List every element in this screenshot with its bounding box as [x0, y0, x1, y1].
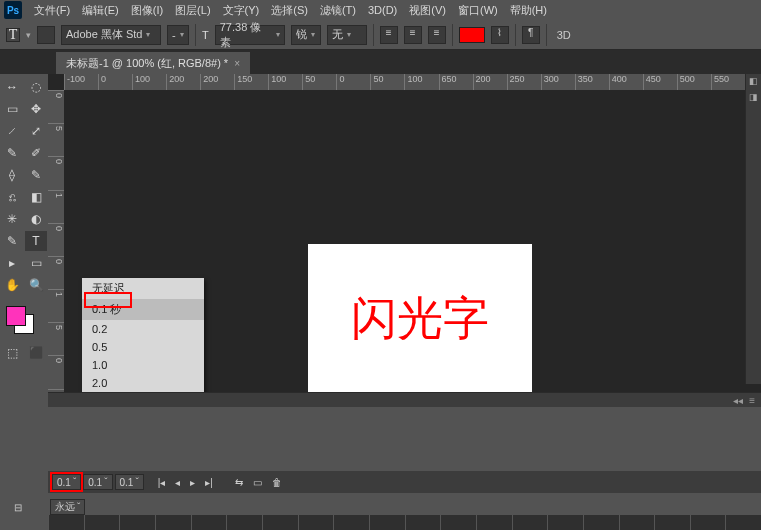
frame-delay-3[interactable]: 0.1ˇ: [115, 474, 144, 490]
chevron-down-icon: ▾: [276, 30, 280, 39]
tool-type-icon: T: [6, 28, 20, 42]
delay-option-none[interactable]: 无延迟: [82, 278, 204, 299]
font-size-value: 77.38 像素: [220, 20, 272, 50]
menu-view[interactable]: 视图(V): [403, 1, 452, 20]
clone-stamp-tool[interactable]: ⟠: [1, 165, 23, 185]
timeline-header: ◂◂ ≡: [48, 393, 761, 407]
crop-tool[interactable]: ⟋: [1, 121, 23, 141]
canvas[interactable]: 闪光字: [308, 244, 532, 394]
canvas-text: 闪光字: [351, 288, 489, 350]
font-style-dropdown[interactable]: - ▾: [167, 25, 189, 45]
blur-tool[interactable]: ✳: [1, 209, 23, 229]
eyedropper-tool[interactable]: ⤢: [25, 121, 47, 141]
quick-mask-button[interactable]: ⬚: [1, 343, 23, 363]
next-frame-button[interactable]: ▸|: [201, 477, 217, 488]
menu-select[interactable]: 选择(S): [265, 1, 314, 20]
panel-icon-1[interactable]: ◧: [747, 76, 761, 90]
hand-tool[interactable]: ✋: [1, 275, 23, 295]
character-panel-button[interactable]: ¶: [522, 26, 540, 44]
quick-select-tool[interactable]: ✥: [25, 99, 47, 119]
lasso-tool[interactable]: ▭: [1, 99, 23, 119]
frame-delay-1[interactable]: 0.1ˇ: [52, 474, 81, 490]
color-picker[interactable]: [6, 306, 40, 336]
chevron-down-icon: ▾: [180, 30, 184, 39]
pen-tool[interactable]: ✎: [1, 231, 23, 251]
warp-text-button[interactable]: ⌇: [491, 26, 509, 44]
menu-window[interactable]: 窗口(W): [452, 1, 504, 20]
dodge-tool[interactable]: ◐: [25, 209, 47, 229]
zoom-tool[interactable]: 🔍: [25, 275, 47, 295]
type-tool[interactable]: T: [25, 231, 47, 251]
panel-icon-2[interactable]: ◨: [747, 92, 761, 106]
font-family-dropdown[interactable]: Adobe 黑体 Std ▾: [61, 25, 161, 45]
delay-option-1-0[interactable]: 1.0: [82, 356, 204, 374]
antialias-value: 锐: [296, 27, 307, 42]
menu-type[interactable]: 文字(Y): [217, 1, 266, 20]
timeline-frames-area[interactable]: [48, 407, 761, 471]
menu-edit[interactable]: 编辑(E): [76, 1, 125, 20]
loop-dropdown[interactable]: 永远ˇ: [50, 499, 85, 515]
screen-mode-button[interactable]: ⬛: [25, 343, 47, 363]
chevron-down-icon: ▾: [311, 30, 315, 39]
menu-layer[interactable]: 图层(L): [169, 1, 216, 20]
duplicate-frame-button[interactable]: ▭: [249, 477, 266, 488]
convert-timeline-button[interactable]: ⊟: [10, 499, 26, 515]
language-dropdown[interactable]: 无 ▾: [327, 25, 367, 45]
gradient-tool[interactable]: ◧: [25, 187, 47, 207]
move-tool[interactable]: ↔: [1, 77, 23, 97]
brush-tool[interactable]: ✐: [25, 143, 47, 163]
foreground-color[interactable]: [6, 306, 26, 326]
timeline-ruler: [48, 515, 761, 530]
menu-bar: Ps 文件(F) 编辑(E) 图像(I) 图层(L) 文字(Y) 选择(S) 滤…: [0, 0, 761, 20]
spot-heal-tool[interactable]: ✎: [1, 143, 23, 163]
panel-menu-icon[interactable]: ≡: [749, 395, 755, 406]
close-icon[interactable]: ×: [234, 58, 240, 69]
path-select-tool[interactable]: ▸: [1, 253, 23, 273]
3d-button[interactable]: 3D: [553, 29, 575, 41]
font-size-dropdown[interactable]: 77.38 像素 ▾: [215, 25, 285, 45]
menu-image[interactable]: 图像(I): [125, 1, 169, 20]
options-bar: T ▾ Adobe 黑体 Std ▾ - ▾ T 77.38 像素 ▾ 锐 ▾ …: [0, 20, 761, 50]
font-family-value: Adobe 黑体 Std: [66, 27, 142, 42]
align-left-button[interactable]: ≡: [380, 26, 398, 44]
delay-option-0-1[interactable]: 0.1 秒: [82, 299, 204, 320]
menu-file[interactable]: 文件(F): [28, 1, 76, 20]
eraser-tool[interactable]: ⎌: [1, 187, 23, 207]
delete-frame-button[interactable]: 🗑: [268, 477, 286, 488]
tween-button[interactable]: ⇆: [231, 477, 247, 488]
timeline-controls: 0.1ˇ 0.1ˇ 0.1ˇ |◂ ◂ ▸ ▸| ⇆ ▭ 🗑 ⊟ 永远ˇ: [48, 471, 761, 493]
tool-preset-chevron-icon[interactable]: ▾: [26, 30, 31, 40]
delay-option-0-5[interactable]: 0.5: [82, 338, 204, 356]
antialias-dropdown[interactable]: 锐 ▾: [291, 25, 321, 45]
chevron-down-icon: ▾: [146, 30, 150, 39]
align-right-button[interactable]: ≡: [428, 26, 446, 44]
text-color-swatch[interactable]: [459, 27, 485, 43]
first-frame-button[interactable]: |◂: [154, 477, 170, 488]
timeline-panel: ◂◂ ≡ 0.1ˇ 0.1ˇ 0.1ˇ |◂ ◂ ▸ ▸| ⇆ ▭ 🗑 ⊟ 永远…: [48, 392, 761, 530]
menu-help[interactable]: 帮助(H): [504, 1, 553, 20]
document-tab-row: 未标题-1 @ 100% (红, RGB/8#) * ×: [0, 50, 761, 74]
shape-tool[interactable]: ▭: [25, 253, 47, 273]
menu-3d[interactable]: 3D(D): [362, 2, 403, 18]
ruler-horizontal: -1000100200200 15010050050 1006502002503…: [64, 74, 745, 90]
font-style-value: -: [172, 29, 176, 41]
collapse-icon[interactable]: ◂◂: [733, 395, 743, 406]
panel-dock[interactable]: ◧ ◨: [745, 74, 761, 384]
prev-frame-button[interactable]: ◂: [171, 477, 184, 488]
frame-delay-2[interactable]: 0.1ˇ: [83, 474, 112, 490]
orientation-toggle[interactable]: [37, 26, 55, 44]
app-logo: Ps: [4, 1, 22, 19]
align-center-button[interactable]: ≡: [404, 26, 422, 44]
document-tab[interactable]: 未标题-1 @ 100% (红, RGB/8#) * ×: [56, 52, 250, 74]
menu-filter[interactable]: 滤镜(T): [314, 1, 362, 20]
play-button[interactable]: ▸: [186, 477, 199, 488]
delay-option-0-2[interactable]: 0.2: [82, 320, 204, 338]
delay-option-2-0[interactable]: 2.0: [82, 374, 204, 392]
document-tab-title: 未标题-1 @ 100% (红, RGB/8#) *: [66, 56, 228, 71]
marquee-tool[interactable]: ◌: [25, 77, 47, 97]
toolbox: ↔ ◌ ▭ ✥ ⟋ ⤢ ✎ ✐ ⟠ ✎ ⎌ ◧ ✳ ◐ ✎ T ▸ ▭ ✋ 🔍 …: [0, 74, 48, 488]
size-icon: T: [202, 29, 209, 41]
history-brush-tool[interactable]: ✎: [25, 165, 47, 185]
language-value: 无: [332, 27, 343, 42]
chevron-down-icon: ▾: [347, 30, 351, 39]
